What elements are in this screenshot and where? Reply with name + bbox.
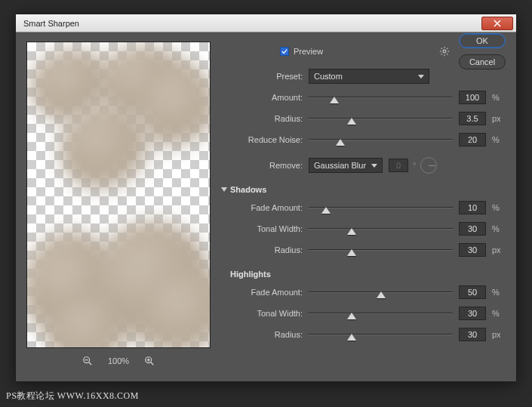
radius-slider[interactable] xyxy=(309,113,453,124)
shadows-tonal-value[interactable]: 30 xyxy=(459,222,486,236)
hl-tonal-value[interactable]: 30 xyxy=(459,307,486,320)
watermark: PS教程论坛 WWW.16XX8.COM xyxy=(6,390,139,402)
zoom-level[interactable]: 100% xyxy=(108,356,129,365)
window-title: Smart Sharpen xyxy=(23,19,481,28)
disclosure-icon xyxy=(221,187,227,192)
shadows-radius-value[interactable]: 30 xyxy=(459,243,486,257)
noise-value[interactable]: 20 xyxy=(459,133,486,146)
svg-line-4 xyxy=(151,362,154,365)
shadows-radius-label: Radius: xyxy=(224,245,309,254)
svg-line-15 xyxy=(447,48,447,49)
button-column: OK Cancel xyxy=(459,33,506,69)
hl-fade-label: Fade Amount: xyxy=(224,288,309,297)
preset-select[interactable]: Custom xyxy=(309,69,429,84)
angle-value: 0 xyxy=(389,159,408,172)
ok-button[interactable]: OK xyxy=(459,33,506,48)
preview-column: 100% xyxy=(26,42,211,366)
preview-checkbox[interactable] xyxy=(280,47,289,56)
noise-slider[interactable] xyxy=(309,134,453,145)
noise-label: Reduce Noise: xyxy=(224,135,309,144)
svg-line-13 xyxy=(447,54,447,54)
shadows-tonal-slider[interactable] xyxy=(309,224,453,234)
smart-sharpen-dialog: Smart Sharpen 100% xyxy=(15,14,517,382)
hl-radius-label: Radius: xyxy=(224,330,309,339)
highlights-header: Highlights xyxy=(230,270,506,279)
svg-point-7 xyxy=(443,50,446,53)
shadows-fade-value[interactable]: 10 xyxy=(459,201,486,214)
close-icon xyxy=(494,20,501,27)
remove-label: Remove: xyxy=(224,161,309,170)
titlebar[interactable]: Smart Sharpen xyxy=(16,14,516,32)
close-button[interactable] xyxy=(481,17,513,30)
hl-tonal-slider[interactable] xyxy=(309,308,453,319)
zoom-bar: 100% xyxy=(82,356,155,366)
controls-column: Preview OK Cancel Preset: Custom Amount:… xyxy=(224,42,506,366)
svg-line-1 xyxy=(89,362,92,365)
hl-tonal-label: Tonal Width: xyxy=(224,309,309,318)
angle-dial xyxy=(420,157,437,174)
shadows-header[interactable]: Shadows xyxy=(221,185,506,194)
svg-line-14 xyxy=(441,54,442,54)
shadows-fade-label: Fade Amount: xyxy=(224,203,309,212)
hl-radius-slider[interactable] xyxy=(309,329,453,340)
gear-icon[interactable] xyxy=(439,46,450,57)
shadows-fade-slider[interactable] xyxy=(309,202,453,213)
radius-value[interactable]: 3.5 xyxy=(459,112,486,125)
amount-slider[interactable] xyxy=(309,92,453,103)
preset-value: Custom xyxy=(314,72,343,81)
shadows-tonal-label: Tonal Width: xyxy=(224,224,309,233)
remove-select[interactable]: Gaussian Blur xyxy=(309,158,383,173)
svg-line-12 xyxy=(441,48,442,49)
chevron-down-icon xyxy=(371,164,377,168)
hl-fade-value[interactable]: 50 xyxy=(459,285,486,299)
hl-fade-slider[interactable] xyxy=(309,287,453,298)
preset-label: Preset: xyxy=(224,72,309,81)
zoom-in-icon[interactable] xyxy=(144,356,155,366)
shadows-radius-slider[interactable] xyxy=(309,245,453,255)
radius-label: Radius: xyxy=(224,114,309,123)
amount-value[interactable]: 100 xyxy=(459,91,486,104)
preview-label: Preview xyxy=(294,47,323,56)
chevron-down-icon xyxy=(418,75,424,79)
amount-label: Amount: xyxy=(224,93,309,102)
preview-canvas[interactable] xyxy=(26,42,211,348)
hl-radius-value[interactable]: 30 xyxy=(459,328,486,341)
zoom-out-icon[interactable] xyxy=(82,356,93,366)
